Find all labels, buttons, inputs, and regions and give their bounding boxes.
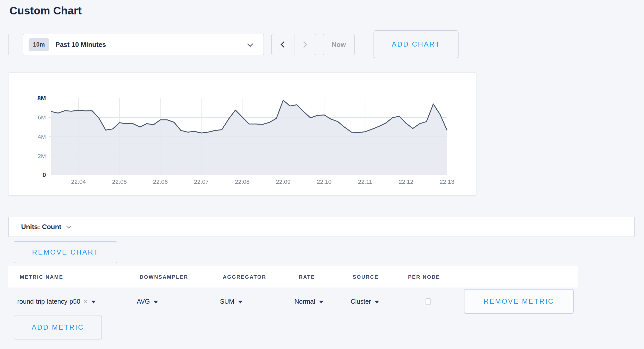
aggregator-select[interactable]: SUM bbox=[220, 287, 243, 315]
caret-down-icon bbox=[238, 301, 243, 303]
x-axis-tick-label: 22:07 bbox=[194, 178, 209, 185]
caret-down-icon bbox=[319, 301, 324, 303]
metrics-table-header: METRIC NAME DOWNSAMPLER AGGREGATOR RATE … bbox=[8, 266, 578, 287]
column-header-per-node: PER NODE bbox=[408, 274, 440, 280]
rate-value: Normal bbox=[294, 298, 315, 305]
caret-down-icon bbox=[91, 301, 96, 303]
aggregator-value: SUM bbox=[220, 298, 234, 305]
chevron-right-icon bbox=[301, 41, 307, 48]
prev-range-button[interactable] bbox=[272, 34, 294, 55]
downsampler-select[interactable]: AVG bbox=[137, 287, 158, 315]
clear-metric-icon[interactable]: × bbox=[83, 297, 88, 306]
y-axis-tick-label: 2M bbox=[38, 153, 46, 159]
y-axis-tick-label: 8M bbox=[37, 95, 46, 102]
column-header-metric-name: METRIC NAME bbox=[20, 274, 63, 280]
downsampler-value: AVG bbox=[137, 298, 150, 305]
x-axis-tick-label: 22:06 bbox=[153, 178, 168, 185]
next-range-button[interactable] bbox=[294, 34, 316, 55]
time-range-label: Past 10 Minutes bbox=[55, 41, 106, 49]
source-select[interactable]: Cluster bbox=[351, 287, 379, 315]
x-axis-tick-label: 22:13 bbox=[439, 178, 454, 185]
chevron-down-icon bbox=[247, 41, 253, 47]
column-header-rate: RATE bbox=[299, 274, 315, 280]
x-axis-tick-label: 22:08 bbox=[235, 178, 250, 185]
metric-area-chart[interactable]: 8M6M4M2M022:0422:0522:0622:0722:0822:092… bbox=[9, 73, 476, 195]
add-chart-button[interactable]: ADD CHART bbox=[374, 30, 459, 58]
x-axis-tick-label: 22:11 bbox=[358, 178, 372, 185]
x-axis-tick-label: 22:05 bbox=[112, 178, 127, 185]
y-axis-tick-label: 6M bbox=[38, 114, 46, 121]
metric-row: round-trip-latency-p50 × AVG SUM Normal … bbox=[8, 287, 578, 315]
x-axis-tick-label: 22:04 bbox=[71, 178, 86, 185]
toolbar-divider bbox=[9, 34, 9, 55]
caret-down-icon bbox=[375, 301, 379, 303]
series-area-fill bbox=[51, 100, 447, 175]
chevron-down-icon bbox=[66, 224, 71, 228]
x-axis-tick-label: 22:10 bbox=[317, 178, 332, 185]
x-axis-tick-label: 22:09 bbox=[276, 178, 291, 185]
column-header-aggregator: AGGREGATOR bbox=[223, 274, 266, 280]
caret-down-icon bbox=[154, 301, 158, 303]
y-axis-tick-label: 0 bbox=[43, 171, 46, 178]
chevron-left-icon bbox=[281, 41, 287, 48]
now-button[interactable]: Now bbox=[323, 34, 355, 55]
chart-card: 8M6M4M2M022:0422:0522:0622:0722:0822:092… bbox=[8, 72, 476, 196]
units-dropdown[interactable]: Units: Count bbox=[8, 217, 635, 237]
page-title: Custom Chart bbox=[10, 5, 82, 17]
remove-metric-button[interactable]: REMOVE METRIC bbox=[464, 289, 574, 314]
units-label: Units: Count bbox=[21, 223, 61, 231]
metric-name-value: round-trip-latency-p50 bbox=[17, 298, 80, 305]
remove-chart-button[interactable]: REMOVE CHART bbox=[14, 241, 117, 263]
source-value: Cluster bbox=[351, 298, 371, 305]
per-node-checkbox[interactable] bbox=[426, 298, 431, 305]
column-header-downsampler: DOWNSAMPLER bbox=[140, 274, 188, 280]
y-axis-tick-label: 4M bbox=[38, 133, 46, 140]
time-range-badge: 10m bbox=[29, 38, 49, 51]
column-header-source: SOURCE bbox=[353, 274, 379, 280]
x-axis-tick-label: 22:12 bbox=[399, 178, 413, 185]
metric-name-select[interactable]: round-trip-latency-p50 × bbox=[17, 287, 96, 315]
time-range-dropdown[interactable]: 10m Past 10 Minutes bbox=[23, 34, 264, 55]
time-nav-group bbox=[271, 34, 316, 55]
rate-select[interactable]: Normal bbox=[294, 287, 324, 315]
add-metric-button[interactable]: ADD METRIC bbox=[14, 316, 102, 339]
